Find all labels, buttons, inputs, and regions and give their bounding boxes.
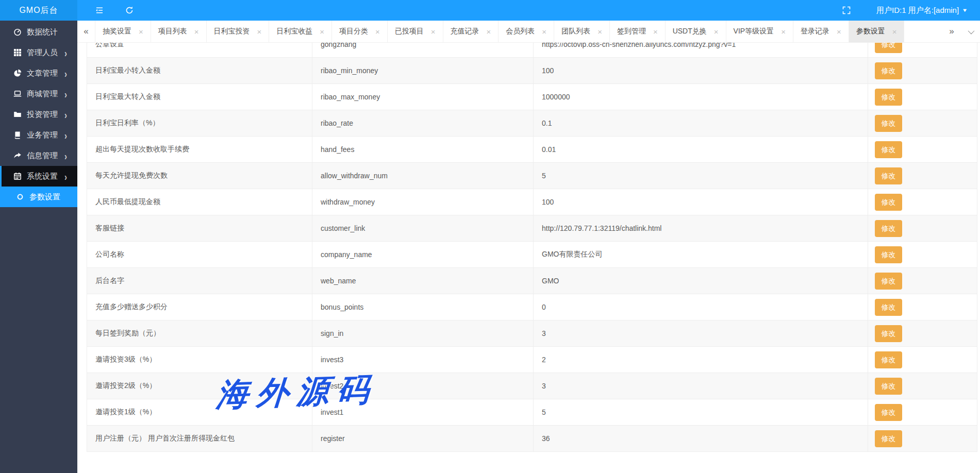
pie-chart-icon xyxy=(13,69,22,78)
dashboard-icon xyxy=(13,28,22,37)
param-label-cell: 每天允许提现免费次数 xyxy=(87,163,312,189)
edit-button[interactable]: 修改 xyxy=(875,167,902,184)
sidebar-item-business[interactable]: 业务管理› xyxy=(0,125,77,145)
param-key-cell: gongzhang xyxy=(312,43,534,57)
tab-close-icon[interactable]: × xyxy=(139,27,143,36)
edit-button[interactable]: 修改 xyxy=(875,404,902,421)
edit-button[interactable]: 修改 xyxy=(875,351,902,368)
sidebar-item-admins[interactable]: 管理人员› xyxy=(0,42,77,63)
params-table: 公章设置gongzhanghttps://octovip.oss-cn-shen… xyxy=(87,43,977,452)
share-icon xyxy=(13,151,22,160)
edit-button[interactable]: 修改 xyxy=(875,325,902,342)
tab-close-icon[interactable]: × xyxy=(257,27,262,36)
sidebar-item-mall[interactable]: 商城管理› xyxy=(0,83,77,104)
edit-button[interactable]: 修改 xyxy=(875,430,902,447)
tab-label: 日利宝收益 xyxy=(276,27,312,36)
param-action-cell: 修改 xyxy=(868,215,977,241)
sidebar-item-data-stats[interactable]: 数据统计 xyxy=(0,22,77,42)
scroll-tabs-left-icon[interactable]: « xyxy=(77,21,95,42)
edit-button[interactable]: 修改 xyxy=(875,194,902,211)
tab-close-icon[interactable]: × xyxy=(892,27,897,36)
edit-button[interactable]: 修改 xyxy=(875,299,902,316)
edit-button[interactable]: 修改 xyxy=(875,246,902,263)
sidebar-item-articles[interactable]: 文章管理› xyxy=(0,63,77,83)
sidebar: GMO后台 数据统计管理人员›文章管理›商城管理›投资管理›业务管理›信息管理›… xyxy=(0,0,77,473)
sidebar-item-information[interactable]: 信息管理› xyxy=(0,145,77,166)
chevron-right-icon: › xyxy=(64,171,67,182)
tab-item[interactable]: 日利宝收益× xyxy=(269,21,332,42)
sidebar-item-investment[interactable]: 投资管理› xyxy=(0,104,77,125)
tab-item[interactable]: 日利宝投资× xyxy=(207,21,270,42)
param-label-cell: 日利宝最小转入金额 xyxy=(87,58,312,83)
tab-label: 抽奖设置 xyxy=(103,27,131,36)
tab-options-button[interactable] xyxy=(960,21,980,42)
param-action-cell: 修改 xyxy=(868,163,977,189)
param-value-cell: GMO xyxy=(534,268,868,294)
edit-button[interactable]: 修改 xyxy=(875,378,902,395)
param-action-cell: 修改 xyxy=(868,242,977,267)
sidebar-item-param-settings[interactable]: 参数设置 xyxy=(0,187,77,207)
scroll-tabs-right-icon[interactable]: » xyxy=(943,21,960,42)
tab-item[interactable]: 会员列表× xyxy=(499,21,554,42)
tab-close-icon[interactable]: × xyxy=(542,27,546,36)
sidebar-item-label: 商城管理 xyxy=(27,89,58,99)
tab-item[interactable]: 已投项目× xyxy=(388,21,443,42)
tab-item[interactable]: VIP等级设置× xyxy=(726,21,793,42)
tab-close-icon[interactable]: × xyxy=(487,27,491,36)
param-label-cell: 后台名字 xyxy=(87,268,312,294)
chevron-down-icon xyxy=(968,27,974,34)
edit-button[interactable]: 修改 xyxy=(875,141,902,158)
tab-close-icon[interactable]: × xyxy=(837,27,841,36)
tab-label: 团队列表 xyxy=(561,27,590,36)
tab-item[interactable]: 参数设置× xyxy=(849,21,905,42)
tab-close-icon[interactable]: × xyxy=(714,27,719,36)
tab-item[interactable]: 项目分类× xyxy=(332,21,388,42)
tab-close-icon[interactable]: × xyxy=(194,27,199,36)
param-row: 客服链接customer_linkhttp://120.79.77.1:3211… xyxy=(87,215,977,242)
fullscreen-icon[interactable] xyxy=(841,5,852,15)
param-row: 日利宝日利率（%）ribao_rate0.1修改 xyxy=(87,110,977,137)
tab-close-icon[interactable]: × xyxy=(781,27,786,36)
param-row: 每日签到奖励（元）sign_in3修改 xyxy=(87,320,977,347)
tab-close-icon[interactable]: × xyxy=(375,27,380,36)
param-action-cell: 修改 xyxy=(868,373,977,399)
tab-item[interactable]: USDT兑换× xyxy=(666,21,726,42)
edit-button[interactable]: 修改 xyxy=(875,115,902,132)
tab-item[interactable]: 项目列表× xyxy=(151,21,207,42)
folder-icon xyxy=(13,110,22,119)
tab-item[interactable]: 团队列表× xyxy=(554,21,610,42)
tab-close-icon[interactable]: × xyxy=(320,27,324,36)
tab-close-icon[interactable]: × xyxy=(653,27,658,36)
tab-item[interactable]: 抽奖设置× xyxy=(95,21,151,42)
param-key-cell: company_name xyxy=(312,242,534,267)
tab-item[interactable]: 签到管理× xyxy=(610,21,666,42)
param-key-cell: ribao_min_money xyxy=(312,58,534,83)
sidebar-item-system-settings[interactable]: 系统设置› xyxy=(0,166,77,187)
chevron-right-icon: › xyxy=(64,150,67,161)
user-info: 用户ID:1 用户名:[admin] xyxy=(876,6,959,15)
param-action-cell: 修改 xyxy=(868,399,977,425)
param-value-cell: 3 xyxy=(534,373,868,399)
param-action-cell: 修改 xyxy=(868,294,977,320)
tab-item[interactable]: 登录记录× xyxy=(793,21,849,42)
edit-button[interactable]: 修改 xyxy=(875,43,902,53)
tab-close-icon[interactable]: × xyxy=(597,27,602,36)
param-row: 邀请投资2级（%）invest23修改 xyxy=(87,373,977,399)
edit-button[interactable]: 修改 xyxy=(875,273,902,290)
sidebar-item-label: 文章管理 xyxy=(27,69,58,78)
param-key-cell: invest3 xyxy=(312,347,534,373)
param-key-cell: sign_in xyxy=(312,320,534,346)
sidebar-item-label: 投资管理 xyxy=(27,110,58,120)
edit-button[interactable]: 修改 xyxy=(875,89,902,106)
param-action-cell: 修改 xyxy=(868,110,977,136)
param-value-cell: 5 xyxy=(534,163,868,189)
tab-item[interactable]: 充值记录× xyxy=(443,21,499,42)
edit-button[interactable]: 修改 xyxy=(875,62,902,79)
user-menu[interactable]: 用户ID:1 用户名:[admin] ▼ xyxy=(876,6,967,15)
param-value-cell: https://octovip.oss-cn-shenzhen.aliyuncs… xyxy=(534,43,868,57)
tab-close-icon[interactable]: × xyxy=(431,27,436,36)
refresh-icon[interactable] xyxy=(124,5,135,15)
tab-label: 会员列表 xyxy=(506,27,535,36)
edit-button[interactable]: 修改 xyxy=(875,220,902,237)
collapse-sidebar-icon[interactable] xyxy=(94,5,105,15)
